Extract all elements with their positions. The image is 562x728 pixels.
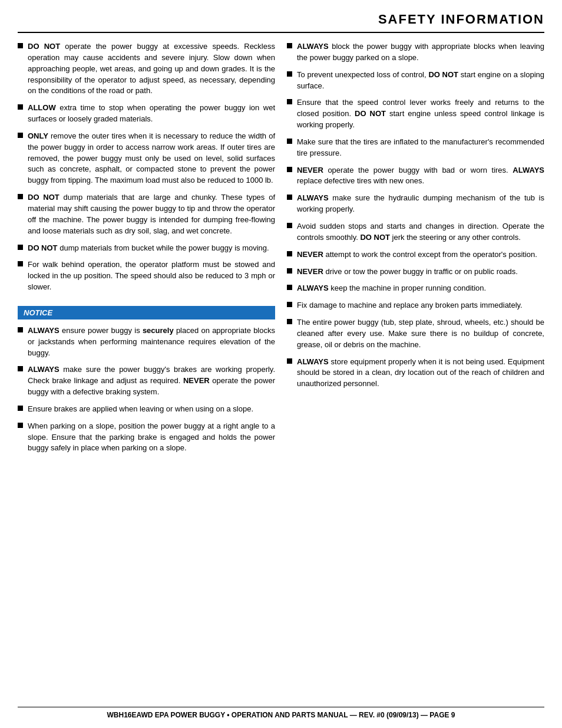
bold-prefix: ALWAYS (297, 284, 329, 292)
bullet-icon (18, 327, 23, 332)
bullet-icon (287, 285, 292, 290)
bold-prefix: ALWAYS (297, 42, 329, 51)
item-text: ALWAYS ensure power buggy is securely pl… (28, 325, 275, 359)
page-title: SAFETY INFORMATION (18, 12, 544, 27)
item-text: ALWAYS make sure the hydraulic dumping m… (297, 193, 544, 215)
bold-middle: ALWAYS (513, 166, 544, 174)
list-item: When parking on a slope, position the po… (18, 421, 275, 454)
bullet-icon (18, 406, 23, 411)
item-text: The entire power buggy (tub, step plate,… (297, 317, 544, 351)
bold-prefix: NEVER (297, 267, 323, 276)
list-item: ALLOW extra time to stop when operating … (18, 103, 275, 125)
list-item: ALWAYS ensure power buggy is securely pl… (18, 325, 275, 359)
item-text: ALWAYS store equipment properly when it … (297, 357, 544, 390)
list-item: ALWAYS make sure the power buggy's brake… (18, 364, 275, 398)
item-text: To prevent unexpected loss of control, D… (297, 70, 544, 92)
bold-middle: NEVER (183, 376, 210, 385)
bullet-icon (287, 268, 292, 274)
bold-prefix: DO NOT (28, 193, 59, 202)
list-item: Avoid sudden stops and starts and change… (287, 221, 544, 243)
bold-prefix: ALWAYS (28, 365, 59, 374)
item-text: NEVER operate the power buggy with bad o… (297, 165, 544, 187)
bullet-icon (18, 43, 23, 48)
list-item: ONLY remove the outer tires when it is n… (18, 131, 275, 186)
list-item: The entire power buggy (tub, step plate,… (287, 317, 544, 351)
bullet-icon (18, 261, 23, 266)
bold-middle: securely (143, 326, 174, 335)
item-text: Avoid sudden stops and starts and change… (297, 221, 544, 243)
bullet-icon (18, 366, 23, 371)
item-text: DO NOT dump materials that are large and… (28, 192, 275, 236)
item-text: ALWAYS make sure the power buggy's brake… (28, 364, 275, 398)
bold-middle: DO NOT (428, 70, 458, 79)
bold-prefix: ALLOW (28, 103, 56, 112)
bullet-icon (18, 104, 23, 110)
item-text: ALWAYS keep the machine in proper runnin… (297, 283, 544, 294)
item-text: Fix damage to machine and replace any br… (297, 300, 544, 311)
bullet-icon (18, 423, 23, 428)
list-item: ALWAYS keep the machine in proper runnin… (287, 283, 544, 294)
list-item: DO NOT operate the power buggy at excess… (18, 41, 275, 97)
bold-prefix: NEVER (297, 166, 323, 174)
item-text: DO NOT operate the power buggy at excess… (28, 41, 275, 97)
footer-text: WBH16EAWD EPA POWER BUGGY • OPERATION AN… (0, 711, 562, 719)
bullet-icon (18, 245, 23, 250)
notice-label: NOTICE (18, 306, 275, 319)
item-text: Ensure brakes are applied when leaving o… (28, 404, 275, 415)
bold-prefix: NEVER (297, 250, 323, 259)
list-item: For walk behind operation, the operator … (18, 259, 275, 293)
bold-prefix: ALWAYS (297, 357, 329, 366)
content-columns: DO NOT operate the power buggy at excess… (18, 41, 544, 460)
page-header: SAFETY INFORMATION (18, 12, 544, 27)
bullet-icon (287, 71, 292, 77)
bullet-icon (287, 319, 292, 324)
bold-middle: DO NOT (360, 233, 390, 242)
right-column: ALWAYS block the power buggy with approp… (287, 41, 544, 460)
list-item: ALWAYS store equipment properly when it … (287, 357, 544, 390)
list-item: To prevent unexpected loss of control, D… (287, 70, 544, 92)
list-item: NEVER operate the power buggy with bad o… (287, 165, 544, 187)
bullet-icon (18, 133, 23, 138)
list-item: Ensure brakes are applied when leaving o… (18, 404, 275, 415)
list-item: NEVER drive or tow the power buggy in tr… (287, 266, 544, 278)
bold-prefix: ALWAYS (28, 326, 59, 335)
page: SAFETY INFORMATION DO NOT operate the po… (0, 0, 562, 728)
item-text: NEVER attempt to work the control except… (297, 249, 544, 261)
item-text: Ensure that the speed control lever work… (297, 97, 544, 131)
bullet-icon (287, 99, 292, 104)
list-item: Make sure that the tires are inflated to… (287, 137, 544, 159)
bullet-icon (287, 195, 292, 200)
bold-middle: DO NOT (355, 109, 386, 118)
item-text: NEVER drive or tow the power buggy in tr… (297, 266, 544, 278)
list-item: ALWAYS make sure the hydraulic dumping m… (287, 193, 544, 215)
bullet-icon (18, 194, 23, 199)
item-text: ALWAYS block the power buggy with approp… (297, 41, 544, 64)
bold-prefix: DO NOT (28, 243, 58, 252)
item-text: ALLOW extra time to stop when operating … (28, 103, 275, 125)
list-item: Fix damage to machine and replace any br… (287, 300, 544, 311)
item-text: When parking on a slope, position the po… (28, 421, 275, 454)
footer-divider (18, 707, 544, 707)
item-text: Make sure that the tires are inflated to… (297, 137, 544, 159)
bullet-icon (287, 167, 292, 172)
bullet-icon (287, 223, 292, 228)
list-item: DO NOT dump materials that are large and… (18, 192, 275, 236)
bullet-icon (287, 302, 292, 307)
item-text: For walk behind operation, the operator … (28, 259, 275, 293)
list-item: NEVER attempt to work the control except… (287, 249, 544, 261)
bullet-icon (287, 251, 292, 256)
list-item: DO NOT dump materials from bucket while … (18, 243, 275, 254)
bullet-icon (287, 358, 292, 364)
list-item: ALWAYS block the power buggy with approp… (287, 41, 544, 64)
list-item: Ensure that the speed control lever work… (287, 97, 544, 131)
left-column: DO NOT operate the power buggy at excess… (18, 41, 275, 460)
bold-prefix: DO NOT (28, 42, 60, 51)
bullet-icon (287, 139, 292, 144)
item-text: ONLY remove the outer tires when it is n… (28, 131, 275, 186)
item-text: DO NOT dump materials from bucket while … (28, 243, 275, 254)
bullet-icon (287, 43, 292, 48)
bold-prefix: ALWAYS (297, 193, 329, 202)
bold-prefix: ONLY (28, 131, 48, 140)
top-divider (18, 32, 544, 33)
